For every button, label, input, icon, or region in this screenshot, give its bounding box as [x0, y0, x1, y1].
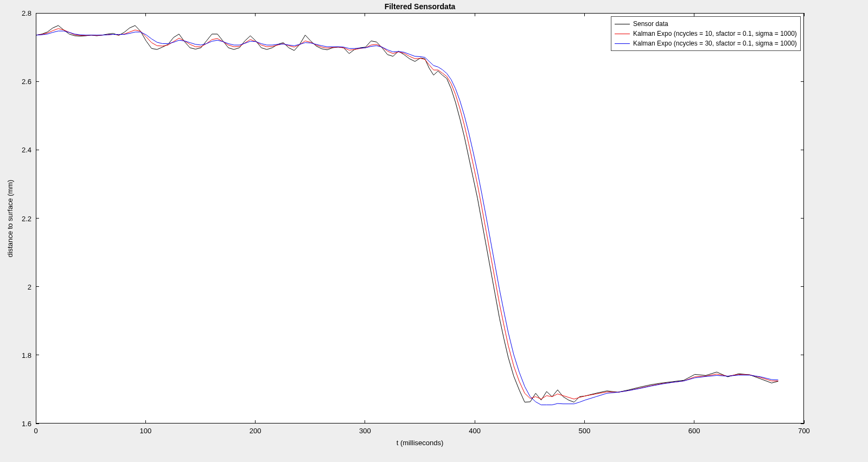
y-tick: [801, 424, 804, 424]
figure-window: Filtered Sensordata t (milliseconds) dis…: [0, 0, 868, 462]
legend: Sensor dataKalman Expo (ncycles = 10, sf…: [611, 16, 801, 51]
legend-label: Sensor data: [633, 19, 668, 29]
x-tick: [475, 420, 475, 424]
legend-swatch: [615, 34, 630, 34]
y-tick: [36, 13, 39, 14]
x-tick: [365, 420, 365, 424]
y-axis-label: distance to surface (mm): [6, 179, 14, 257]
axes: [36, 13, 804, 424]
y-tick: [36, 424, 39, 424]
x-tick-label: 500: [579, 427, 591, 435]
series-2: [36, 31, 778, 405]
x-tick: [255, 420, 256, 424]
legend-swatch: [615, 24, 630, 24]
legend-row: Kalman Expo (ncycles = 30, sfactor = 0.1…: [615, 39, 797, 48]
y-tick: [36, 218, 39, 219]
x-tick: [584, 420, 585, 424]
x-axis-label: t (milliseconds): [397, 439, 444, 447]
y-tick-label: 1.8: [22, 351, 31, 359]
y-tick-label: 2.6: [22, 78, 31, 86]
x-tick: [694, 420, 694, 424]
y-tick: [36, 150, 39, 150]
x-tick-label: 200: [250, 427, 261, 435]
series-1: [36, 29, 778, 399]
legend-label: Kalman Expo (ncycles = 10, sfactor = 0.1…: [633, 29, 797, 39]
x-tick-label: 300: [359, 427, 371, 435]
series-0: [36, 25, 778, 402]
x-tick: [255, 13, 256, 16]
x-tick: [584, 13, 585, 16]
y-tick: [801, 150, 804, 150]
y-tick: [801, 355, 804, 355]
y-tick: [36, 355, 39, 355]
x-tick: [145, 420, 146, 424]
y-tick-label: 1.6: [22, 420, 31, 428]
x-tick-label: 600: [688, 427, 700, 435]
x-tick-label: 700: [798, 427, 810, 435]
y-tick-label: 2: [28, 283, 31, 291]
y-tick-label: 2.4: [22, 146, 31, 154]
y-tick: [801, 218, 804, 219]
y-tick: [36, 286, 39, 287]
legend-label: Kalman Expo (ncycles = 30, sfactor = 0.1…: [633, 39, 797, 48]
y-tick: [801, 286, 804, 287]
y-tick: [801, 81, 804, 82]
x-tick: [475, 13, 475, 16]
legend-row: Sensor data: [615, 19, 797, 29]
legend-swatch: [615, 43, 630, 44]
x-tick: [145, 13, 146, 16]
y-tick: [801, 13, 804, 14]
x-tick-label: 0: [34, 427, 37, 435]
y-tick: [36, 81, 39, 82]
x-tick-label: 100: [139, 427, 151, 435]
series-canvas: [36, 14, 805, 424]
x-tick: [804, 13, 805, 16]
x-tick: [365, 13, 365, 16]
chart-title: Filtered Sensordata: [385, 2, 456, 11]
x-tick: [36, 13, 36, 16]
legend-row: Kalman Expo (ncycles = 10, sfactor = 0.1…: [615, 29, 797, 39]
y-tick-label: 2.2: [22, 214, 31, 222]
x-tick-label: 400: [469, 427, 481, 435]
y-tick-label: 2.8: [22, 9, 31, 17]
